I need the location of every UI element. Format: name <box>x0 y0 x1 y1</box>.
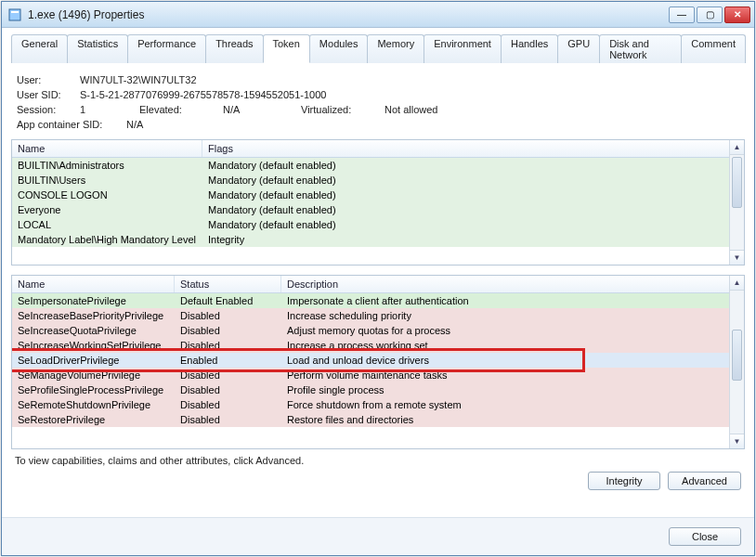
tab-general[interactable]: General <box>11 34 68 63</box>
privilege-status: Disabled <box>175 324 281 337</box>
sid-label: User SID: <box>17 87 80 102</box>
token-info: User: WIN7ULT-32\WIN7ULT32 User SID: S-1… <box>11 69 745 139</box>
maximize-button[interactable]: ▢ <box>697 6 723 23</box>
privilege-status: Disabled <box>175 383 281 396</box>
dialog-content: GeneralStatisticsPerformanceThreadsToken… <box>2 28 754 517</box>
privilege-row[interactable]: SeProfileSingleProcessPrivilegeDisabledP… <box>12 382 729 397</box>
privileges-header[interactable]: Name Status Description <box>12 276 744 293</box>
svg-rect-0 <box>9 9 20 20</box>
groups-scrollbar[interactable]: ▲ ▼ <box>729 140 744 265</box>
privilege-name: SeIncreaseBasePriorityPrivilege <box>12 309 175 322</box>
privilege-description: Increase scheduling priority <box>281 309 729 322</box>
session-value: 1 <box>80 102 117 117</box>
privilege-row[interactable]: SeIncreaseBasePriorityPrivilegeDisabledI… <box>12 308 729 323</box>
group-name: CONSOLE LOGON <box>12 188 202 201</box>
tab-threads[interactable]: Threads <box>205 34 263 63</box>
advanced-button[interactable]: Advanced <box>668 472 741 490</box>
group-row[interactable]: BUILTIN\AdministratorsMandatory (default… <box>12 158 729 173</box>
group-flags: Mandatory (default enabled) <box>202 218 729 231</box>
privilege-row[interactable]: SeIncreaseWorkingSetPrivilegeDisabledInc… <box>12 338 729 353</box>
group-name: Everyone <box>12 203 202 216</box>
privilege-name: SeRemoteShutdownPrivilege <box>12 398 175 411</box>
group-row[interactable]: Mandatory Label\High Mandatory LevelInte… <box>12 232 729 247</box>
window-title: 1.exe (1496) Properties <box>28 8 669 21</box>
privilege-status: Disabled <box>175 309 281 322</box>
virtualized-label: Virtualized: <box>301 102 385 117</box>
privilege-row[interactable]: SeRemoteShutdownPrivilegeDisabledForce s… <box>12 397 729 412</box>
privilege-description: Load and unload device drivers <box>281 354 729 367</box>
scroll-up-icon[interactable]: ▲ <box>730 140 744 155</box>
privilege-status: Disabled <box>175 369 281 382</box>
tab-memory[interactable]: Memory <box>367 34 424 63</box>
groups-col-name[interactable]: Name <box>12 140 202 157</box>
privilege-status: Disabled <box>175 413 281 426</box>
privilege-name: SeManageVolumePrivilege <box>12 369 175 382</box>
privileges-list[interactable]: Name Status Description SeImpersonatePri… <box>11 275 745 449</box>
scroll-up-icon[interactable]: ▲ <box>730 276 744 291</box>
privilege-name: SeIncreaseQuotaPrivilege <box>12 324 175 337</box>
tab-statistics[interactable]: Statistics <box>67 34 128 63</box>
close-button[interactable]: Close <box>669 527 741 546</box>
minimize-button[interactable]: — <box>669 6 695 23</box>
group-row[interactable]: EveryoneMandatory (default enabled) <box>12 202 729 217</box>
svg-rect-1 <box>11 11 19 13</box>
privilege-description: Profile single process <box>281 383 729 396</box>
groups-list[interactable]: Name Flags BUILTIN\AdministratorsMandato… <box>11 139 745 266</box>
user-label: User: <box>17 72 80 87</box>
group-flags: Integrity <box>202 233 729 246</box>
tab-modules[interactable]: Modules <box>309 34 369 63</box>
tab-gpu[interactable]: GPU <box>557 34 600 63</box>
appcontainer-label: App container SID: <box>17 117 126 132</box>
privilege-status: Disabled <box>175 339 281 352</box>
scroll-down-icon[interactable]: ▼ <box>730 250 744 265</box>
privilege-description: Perform volume maintenance tasks <box>281 369 729 382</box>
priv-col-name[interactable]: Name <box>12 276 175 292</box>
scroll-thumb[interactable] <box>732 157 742 208</box>
tab-token[interactable]: Token <box>263 34 310 63</box>
privilege-status: Default Enabled <box>175 294 281 307</box>
priv-col-description[interactable]: Description <box>281 276 744 292</box>
tab-environment[interactable]: Environment <box>424 34 502 63</box>
group-row[interactable]: CONSOLE LOGONMandatory (default enabled) <box>12 188 729 202</box>
privilege-row[interactable]: SeLoadDriverPrivilegeEnabledLoad and unl… <box>12 353 729 368</box>
privilege-row[interactable]: SeImpersonatePrivilegeDefault EnabledImp… <box>12 293 729 308</box>
tab-performance[interactable]: Performance <box>127 34 206 63</box>
privileges-scrollbar[interactable]: ▲ ▼ <box>729 276 744 448</box>
hint-text: To view capabilities, claims and other a… <box>11 449 745 466</box>
group-name: Mandatory Label\High Mandatory Level <box>12 233 202 246</box>
group-row[interactable]: LOCALMandatory (default enabled) <box>12 217 729 232</box>
privilege-row[interactable]: SeRestorePrivilegeDisabledRestore files … <box>12 412 729 427</box>
tab-handles[interactable]: Handles <box>501 34 558 63</box>
privilege-name: SeProfileSingleProcessPrivilege <box>12 383 175 396</box>
privilege-row[interactable]: SeIncreaseQuotaPrivilegeDisabledAdjust m… <box>12 323 729 338</box>
scroll-down-icon[interactable]: ▼ <box>730 434 744 448</box>
tab-comment[interactable]: Comment <box>681 34 746 63</box>
privilege-description: Impersonate a client after authenticatio… <box>281 294 729 307</box>
privilege-name: SeIncreaseWorkingSetPrivilege <box>12 339 175 352</box>
user-value: WIN7ULT-32\WIN7ULT32 <box>80 72 197 87</box>
privilege-row[interactable]: SeManageVolumePrivilegeDisabledPerform v… <box>12 368 729 382</box>
groups-col-flags[interactable]: Flags <box>202 140 744 157</box>
integrity-button[interactable]: Integrity <box>588 472 660 490</box>
elevated-value: N/A <box>223 102 279 117</box>
titlebar[interactable]: 1.exe (1496) Properties — ▢ ✕ <box>2 2 754 28</box>
close-window-button[interactable]: ✕ <box>724 6 750 23</box>
privilege-name: SeLoadDriverPrivilege <box>12 354 175 367</box>
privilege-status: Enabled <box>175 354 281 367</box>
dialog-footer: Close <box>2 517 754 555</box>
tab-disk-and-network[interactable]: Disk and Network <box>599 34 682 63</box>
virtualized-value: Not allowed <box>385 102 437 117</box>
privilege-description: Force shutdown from a remote system <box>281 398 729 411</box>
privilege-description: Increase a process working set <box>281 339 729 352</box>
group-flags: Mandatory (default enabled) <box>202 188 729 201</box>
group-flags: Mandatory (default enabled) <box>202 203 729 216</box>
group-row[interactable]: BUILTIN\UsersMandatory (default enabled) <box>12 173 729 188</box>
app-icon <box>7 7 22 22</box>
session-label: Session: <box>17 102 80 117</box>
privilege-status: Disabled <box>175 398 281 411</box>
groups-header[interactable]: Name Flags <box>12 140 744 158</box>
priv-col-status[interactable]: Status <box>175 276 281 292</box>
sid-value: S-1-5-21-2877076999-2675578578-159455205… <box>80 87 326 102</box>
privilege-description: Restore files and directories <box>281 413 729 426</box>
scroll-thumb[interactable] <box>732 330 742 381</box>
